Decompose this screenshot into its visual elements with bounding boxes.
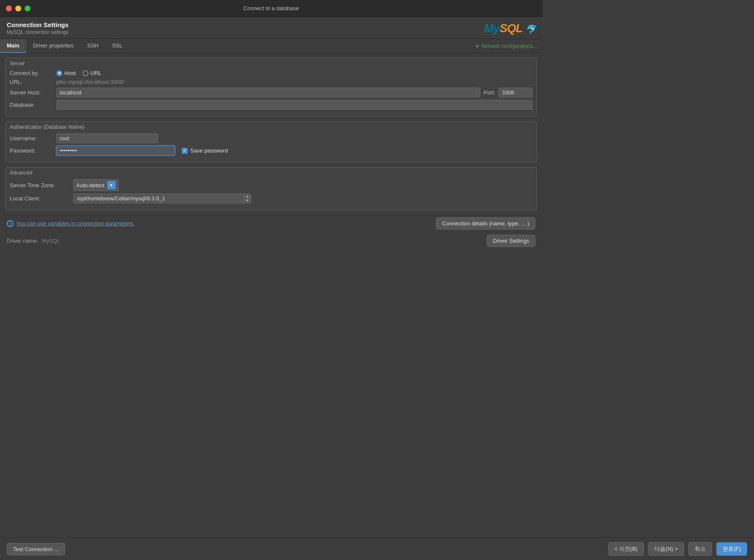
port-input[interactable] <box>499 88 532 97</box>
driver-info-left: Driver name: MySQL <box>7 238 60 244</box>
database-label: Database: <box>10 102 56 108</box>
tabs-bar: Main Driver properties SSH SSL + Network… <box>0 39 542 53</box>
mysql-logo-sql: SQL <box>499 22 522 35</box>
username-row: Username: <box>10 133 532 143</box>
advanced-section: Advanced Server Time Zone: Auto-detect ▼… <box>5 167 537 211</box>
connect-by-label: Connect by: <box>10 70 56 76</box>
mysql-logo: MySQL 🐬 <box>484 22 535 35</box>
save-password-label: Save password <box>190 147 228 154</box>
radio-host[interactable]: Host <box>56 70 76 76</box>
tab-ssh[interactable]: SSH <box>80 39 105 53</box>
url-row: URL: jdbc:mysql://localhost:3306/ <box>10 79 532 85</box>
url-label: URL: <box>10 79 56 85</box>
connect-by-row: Connect by: Host URL <box>10 70 532 76</box>
driver-name-label: Driver name: <box>7 238 38 244</box>
radio-host-circle[interactable] <box>56 70 62 76</box>
info-link[interactable]: i You can use variables in connection pa… <box>7 220 135 227</box>
port-label: Port: <box>484 89 495 96</box>
connection-settings-title: Connection Settings <box>7 21 69 28</box>
plus-icon: + <box>476 42 480 50</box>
timezone-label: Server Time Zone: <box>10 182 73 189</box>
server-host-input[interactable] <box>56 88 480 97</box>
server-section-label: Server <box>6 58 537 68</box>
network-config-button[interactable]: + Network configurations... <box>476 42 542 50</box>
local-client-dropdown-arrows: ▲ ▼ <box>244 194 251 202</box>
radio-url-circle[interactable] <box>83 70 89 76</box>
mysql-logo-my: My <box>484 22 499 35</box>
tabs-left: Main Driver properties SSH SSL <box>0 39 129 53</box>
server-section-content: Connect by: Host URL URL: jdbc:mysql://l… <box>6 68 537 116</box>
server-host-controls: Port: <box>56 88 532 97</box>
window-title: Connect to a database <box>244 5 299 11</box>
timezone-dropdown[interactable]: Auto-detect ▼ <box>73 179 119 191</box>
password-label: Password: <box>10 147 56 154</box>
connection-details-button[interactable]: Connection details (name, type, ... ) <box>436 217 535 230</box>
password-input[interactable] <box>56 146 175 155</box>
authentication-section-label: Authentication (Database Native) <box>6 122 537 132</box>
main-content: Server Connect by: Host URL URL: <box>0 53 542 255</box>
advanced-section-content: Server Time Zone: Auto-detect ▼ Local Cl… <box>6 177 537 210</box>
header: Connection Settings MySQL connection set… <box>0 17 542 39</box>
username-label: Username: <box>10 135 56 141</box>
database-input[interactable] <box>56 100 532 110</box>
driver-name-value: MySQL <box>42 238 60 244</box>
local-client-label: Local Client: <box>10 195 73 202</box>
radio-host-label: Host <box>64 70 76 76</box>
radio-url-label: URL <box>91 70 102 76</box>
password-row: Password: Save password <box>10 146 532 155</box>
save-password-checkbox-box[interactable] <box>182 148 188 154</box>
timezone-row: Server Time Zone: Auto-detect ▼ <box>10 179 532 191</box>
timezone-dropdown-arrow: ▼ <box>107 181 116 189</box>
info-row: i You can use variables in connection pa… <box>5 215 537 232</box>
tab-main[interactable]: Main <box>0 39 26 53</box>
tab-driver-properties[interactable]: Driver properties <box>26 39 80 53</box>
header-left: Connection Settings MySQL connection set… <box>7 21 69 35</box>
save-password-checkbox[interactable]: Save password <box>182 147 228 154</box>
timezone-dropdown-text: Auto-detect <box>76 182 105 189</box>
network-config-label: Network configurations... <box>481 43 537 49</box>
driver-section: Driver name: MySQL Driver Settings <box>5 232 537 250</box>
authentication-section: Authentication (Database Native) Usernam… <box>5 121 537 163</box>
username-input[interactable] <box>56 133 158 143</box>
minimize-button[interactable] <box>15 6 21 11</box>
authentication-section-content: Username: Password: Save password <box>6 132 537 162</box>
tab-ssl[interactable]: SSL <box>105 39 129 53</box>
advanced-section-label: Advanced <box>6 167 537 177</box>
local-client-dropdown-text: /opt/homebrew/Cellar/mysql/8.3.0_1 <box>74 194 244 203</box>
database-row: Database: <box>10 100 532 110</box>
info-link-text: You can use variables in connection para… <box>16 220 135 227</box>
radio-url[interactable]: URL <box>83 70 102 76</box>
close-button[interactable] <box>6 6 12 11</box>
url-value: jdbc:mysql://localhost:3306/ <box>56 79 124 85</box>
info-icon: i <box>7 220 14 227</box>
local-client-dropdown[interactable]: /opt/homebrew/Cellar/mysql/8.3.0_1 ▲ ▼ <box>73 194 251 203</box>
maximize-button[interactable] <box>25 6 30 11</box>
window-controls <box>6 6 30 11</box>
server-host-row: Server Host: Port: <box>10 88 532 97</box>
title-bar: Connect to a database <box>0 0 542 17</box>
server-host-label: Server Host: <box>10 89 56 96</box>
connection-settings-subtitle: MySQL connection settings <box>7 29 69 35</box>
driver-settings-button[interactable]: Driver Settings <box>487 235 535 247</box>
mysql-logo-dolphin: 🐬 <box>525 25 535 34</box>
local-client-row: Local Client: /opt/homebrew/Cellar/mysql… <box>10 194 532 203</box>
server-section: Server Connect by: Host URL URL: <box>5 58 537 117</box>
connect-by-radio-group: Host URL <box>56 70 102 76</box>
